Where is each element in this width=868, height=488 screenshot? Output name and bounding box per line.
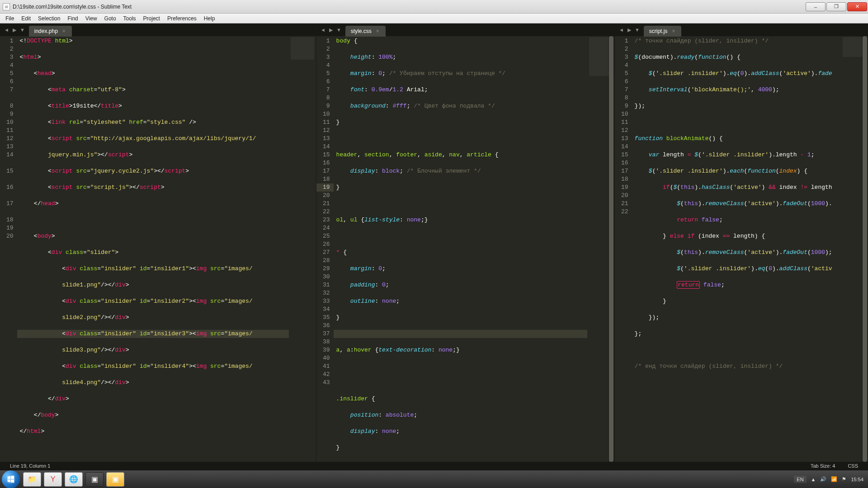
minimize-button[interactable]: – — [806, 2, 826, 11]
taskbar-explorer[interactable]: 📁 — [23, 472, 41, 487]
tab-next-icon[interactable]: ▶ — [328, 26, 334, 34]
code-editor[interactable]: 12345678910111213141516171819202122 /* т… — [615, 36, 868, 462]
tray-flag-icon[interactable]: ⚑ — [842, 476, 846, 482]
menu-project[interactable]: Project — [140, 14, 164, 23]
tab-row: ◄ ▶ ▼ style.css × — [316, 23, 614, 36]
taskbar-chrome[interactable]: 🌐 — [65, 472, 83, 487]
scrollbar[interactable] — [608, 36, 614, 462]
start-button[interactable] — [2, 470, 20, 488]
menu-help[interactable]: Help — [200, 14, 219, 23]
app-icon: st — [3, 3, 10, 10]
tab-label: script.js — [649, 28, 668, 34]
maximize-button[interactable]: ❐ — [826, 2, 846, 11]
menu-view[interactable]: View — [82, 14, 101, 23]
tab-label: style.css — [351, 28, 372, 34]
windows-taskbar: 📁 Y 🌐 ▣ ▣ EN ▲ 🔊 📶 ⚑ 15:54 — [0, 470, 868, 488]
taskbar-app[interactable]: ▣ — [106, 472, 124, 487]
tray-volume-icon[interactable]: 🔊 — [820, 476, 826, 482]
menu-selection[interactable]: Selection — [34, 14, 64, 23]
taskbar-yandex[interactable]: Y — [44, 472, 62, 487]
window-titlebar: st D:\19site.com\19site.com\style.css - … — [0, 0, 868, 14]
tab-list-icon[interactable]: ▼ — [633, 26, 641, 33]
tab-prev-icon[interactable]: ◄ — [3, 26, 10, 33]
editor-area: ◄ ▶ ▼ index.php × 1234567891011121314151… — [0, 23, 868, 462]
status-line-col[interactable]: Line 19, Column 1 — [4, 463, 57, 469]
tab-next-icon[interactable]: ▶ — [11, 26, 18, 34]
status-bar: Line 19, Column 1 Tab Size: 4 CSS — [0, 462, 868, 470]
tray-network-icon[interactable]: 📶 — [831, 476, 837, 482]
tab-row: ◄ ▶ ▼ index.php × — [0, 23, 316, 36]
menu-tools[interactable]: Tools — [120, 14, 140, 23]
window-title: D:\19site.com\19site.com\style.css - Sub… — [13, 4, 132, 10]
menu-bar: File Edit Selection Find View Goto Tools… — [0, 14, 868, 23]
tab-list-icon[interactable]: ▼ — [19, 26, 26, 33]
menu-find[interactable]: Find — [64, 14, 81, 23]
pane-index-php: ◄ ▶ ▼ index.php × 1234567891011121314151… — [0, 23, 316, 462]
system-tray[interactable]: EN ▲ 🔊 📶 ⚑ 15:54 — [794, 476, 868, 483]
menu-goto[interactable]: Goto — [101, 14, 120, 23]
code-editor[interactable]: 1234567891011121314151617181920 <!DOCTYP… — [0, 36, 316, 462]
tab-script-js[interactable]: script.js × — [644, 26, 682, 37]
tray-show-hidden-icon[interactable]: ▲ — [811, 477, 816, 482]
minimap[interactable] — [289, 36, 316, 462]
tab-style-css[interactable]: style.css × — [345, 26, 386, 37]
tab-list-icon[interactable]: ▼ — [335, 26, 343, 33]
pane-script-js: ◄ ▶ ▼ script.js × 1234567891011121314151… — [615, 23, 868, 462]
tab-prev-icon[interactable]: ◄ — [618, 26, 625, 33]
tab-label: index.php — [34, 28, 58, 34]
status-language[interactable]: CSS — [841, 463, 864, 469]
tab-index-php[interactable]: index.php × — [29, 26, 72, 37]
tray-language[interactable]: EN — [794, 476, 806, 483]
taskbar-sublime[interactable]: ▣ — [85, 472, 104, 487]
menu-edit[interactable]: Edit — [18, 14, 34, 23]
status-tabsize[interactable]: Tab Size: 4 — [804, 463, 841, 469]
scrollbar[interactable] — [862, 36, 868, 462]
close-button[interactable]: ✕ — [847, 2, 867, 11]
close-icon[interactable]: × — [376, 28, 379, 34]
code-editor[interactable]: 1234567891011121314151617181920212223242… — [316, 36, 614, 462]
tab-row: ◄ ▶ ▼ script.js × — [615, 23, 868, 36]
close-icon[interactable]: × — [62, 28, 66, 34]
close-icon[interactable]: × — [672, 28, 675, 34]
windows-logo-icon — [6, 474, 16, 484]
pane-style-css: ◄ ▶ ▼ style.css × 1234567891011121314151… — [316, 23, 615, 462]
tab-next-icon[interactable]: ▶ — [626, 26, 632, 34]
menu-preferences[interactable]: Preferences — [164, 14, 200, 23]
tab-prev-icon[interactable]: ◄ — [319, 26, 327, 33]
menu-file[interactable]: File — [2, 14, 18, 23]
tray-clock[interactable]: 15:54 — [851, 477, 863, 482]
